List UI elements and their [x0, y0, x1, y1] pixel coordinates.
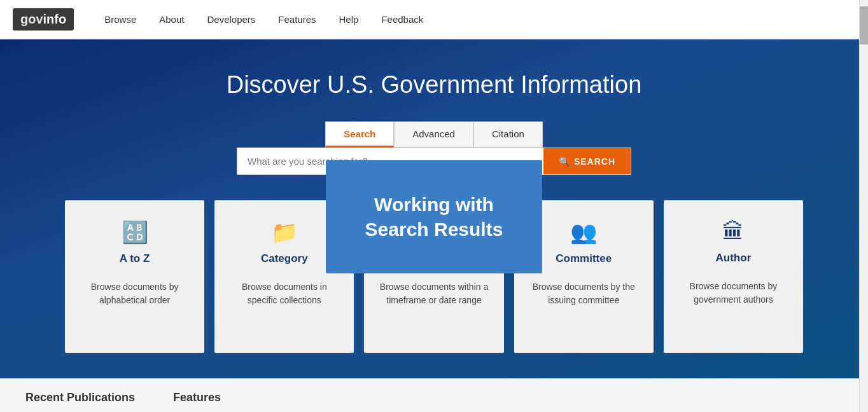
bottom-strip: Recent Publications Features — [0, 378, 868, 412]
tab-search[interactable]: Search — [325, 121, 394, 148]
card-author[interactable]: 🏛 Author Browse documents by government … — [664, 200, 803, 353]
tab-citation[interactable]: Citation — [473, 121, 543, 148]
card-committee-title: Committee — [556, 252, 612, 265]
search-tabs: Search Advanced Citation — [325, 121, 543, 148]
tooltip-text: Working with Search Results — [365, 194, 503, 240]
nav-about[interactable]: About — [148, 0, 195, 39]
scrollbar-thumb[interactable] — [860, 6, 868, 45]
card-author-title: Author — [716, 252, 752, 264]
category-icon: 📁 — [271, 219, 298, 245]
nav-features[interactable]: Features — [267, 0, 327, 39]
scrollbar-track[interactable] — [859, 0, 868, 412]
bottom-col2: Features — [173, 391, 221, 404]
card-date-desc: Browse documents within a timeframe or d… — [377, 280, 491, 307]
card-author-desc: Browse documents by government authors — [676, 280, 790, 306]
nav-links: Browse About Developers Features Help Fe… — [93, 0, 435, 39]
tooltip-overlay: Working with Search Results — [326, 160, 542, 273]
hero-title: Discover U.S. Government Information — [227, 71, 642, 99]
card-a-to-z-title: A to Z — [120, 252, 150, 265]
card-category-title: Category — [261, 252, 308, 265]
hero-section: Discover U.S. Government Information Sea… — [0, 39, 868, 378]
a-to-z-icon: 🔠 — [122, 219, 148, 245]
search-button-label: SEARCH — [574, 156, 615, 167]
tab-advanced[interactable]: Advanced — [394, 121, 473, 148]
card-a-to-z-desc: Browse documents by alphabetical order — [78, 280, 192, 307]
author-icon: 🏛 — [722, 219, 744, 244]
nav-feedback[interactable]: Feedback — [370, 0, 435, 39]
search-icon: 🔍 — [559, 156, 570, 167]
nav-developers[interactable]: Developers — [195, 0, 267, 39]
search-button[interactable]: 🔍 SEARCH — [543, 148, 631, 174]
nav-help[interactable]: Help — [328, 0, 370, 39]
nav-browse[interactable]: Browse — [93, 0, 148, 39]
logo-bold: info — [43, 12, 67, 26]
card-committee-desc: Browse documents by the issuing committe… — [527, 280, 641, 307]
committee-icon: 👥 — [570, 219, 597, 245]
logo-text: gov — [20, 12, 43, 26]
card-category-desc: Browse documents in specific collections — [227, 280, 341, 307]
bottom-col1: Recent Publications — [25, 391, 135, 404]
logo[interactable]: govinfo — [13, 8, 74, 31]
card-a-to-z[interactable]: 🔠 A to Z Browse documents by alphabetica… — [65, 200, 204, 353]
navbar: govinfo Browse About Developers Features… — [0, 0, 868, 39]
